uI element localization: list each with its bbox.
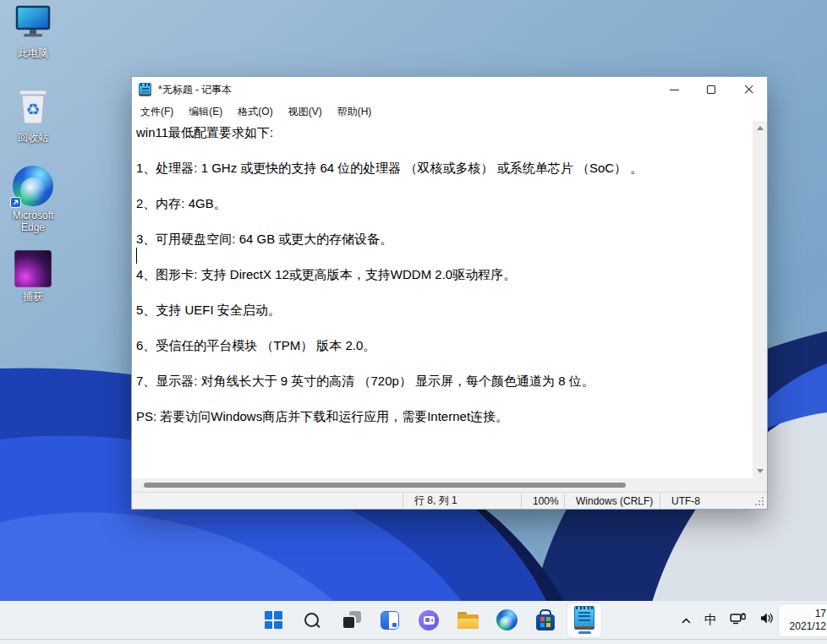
menu-format[interactable]: 格式(O) <box>230 102 280 122</box>
notepad-menubar: 文件(F) 编辑(E) 格式(O) 视图(V) 帮助(H) <box>132 102 767 121</box>
recycle-bin-icon: ♻ <box>16 86 50 128</box>
maximize-icon <box>707 85 715 94</box>
taskbar-file-explorer-button[interactable] <box>451 603 485 637</box>
statusbar-line-ending: Windows (CRLF) <box>564 493 660 509</box>
text-line <box>136 283 749 301</box>
text-line: 6、受信任的平台模块 （TPM） 版本 2.0。 <box>136 336 749 354</box>
desktop-icon-column: 此电脑 ♻ 回收站 Microsoft Edge 捕获 <box>0 0 66 303</box>
statusbar-encoding: UTF-8 <box>660 493 767 509</box>
active-app-indicator <box>578 631 591 634</box>
text-line <box>136 248 749 265</box>
desktop-icon-recycle-bin[interactable]: ♻ 回收站 <box>1 86 65 144</box>
desktop-icon-label: 此电脑 <box>18 47 48 59</box>
desktop-icon-label: Microsoft Edge <box>1 210 65 233</box>
search-icon <box>304 612 320 629</box>
capture-image-thumbnail-icon <box>14 250 52 287</box>
taskbar-chat-button[interactable] <box>412 603 446 637</box>
text-line: 1、处理器: 1 GHz 或更快的支持 64 位的处理器 （双核或多核） 或系统… <box>136 159 749 177</box>
microsoft-store-icon <box>536 614 555 630</box>
text-line <box>136 177 749 194</box>
notepad-app-icon <box>139 83 151 96</box>
text-line <box>136 390 749 407</box>
desktop-icon-label: 回收站 <box>18 132 48 144</box>
taskbar-store-button[interactable] <box>529 603 562 637</box>
menu-edit[interactable]: 编辑(E) <box>181 102 230 122</box>
horizontal-scrollbar[interactable] <box>132 478 753 492</box>
taskbar-notepad-button-active[interactable] <box>567 603 601 637</box>
text-caret <box>136 248 137 264</box>
taskbar: 中 17 2021/12 <box>0 601 827 644</box>
ime-indicator[interactable]: 中 <box>704 612 717 628</box>
task-view-icon <box>342 611 361 630</box>
minimize-button[interactable] <box>655 77 693 102</box>
text-line: 2、内存: 4GB。 <box>136 194 749 212</box>
taskbar-center-icons <box>256 601 601 639</box>
menu-view[interactable]: 视图(V) <box>281 102 330 122</box>
network-icon[interactable] <box>730 612 747 629</box>
scrollbar-corner <box>753 478 767 492</box>
text-line <box>136 319 749 336</box>
text-line: PS: 若要访问Windows商店并下载和运行应用，需要Internet连接。 <box>136 407 749 425</box>
windows-start-icon <box>265 611 282 629</box>
window-controls <box>655 77 767 102</box>
text-line: 4、图形卡: 支持 DirectX 12或更高版本，支持WDDM 2.0驱动程序… <box>136 265 749 283</box>
notepad-icon <box>574 606 594 630</box>
desktop-icon-capture[interactable]: 捕获 <box>1 250 65 303</box>
desktop-icon-this-pc[interactable]: 此电脑 <box>1 5 65 59</box>
text-editor-area[interactable]: win11最低配置要求如下: 1、处理器: 1 GHz 或更快的支持 64 位的… <box>132 121 753 478</box>
horizontal-scrollbar-thumb[interactable] <box>144 483 626 488</box>
menu-help[interactable]: 帮助(H) <box>330 102 380 122</box>
vertical-scrollbar[interactable] <box>753 121 767 478</box>
widgets-icon <box>381 611 399 630</box>
minimize-icon <box>670 90 679 90</box>
notepad-titlebar[interactable]: *无标题 - 记事本 <box>132 77 767 102</box>
edge-icon <box>496 609 518 630</box>
text-line <box>136 354 749 372</box>
notepad-statusbar: 行 8, 列 1 100% Windows (CRLF) UTF-8 <box>132 492 767 509</box>
this-pc-icon <box>14 5 52 44</box>
clock-time: 17 <box>815 608 826 620</box>
tray-chevron-up-icon[interactable] <box>681 613 692 628</box>
scroll-up-arrow-icon[interactable] <box>753 121 767 135</box>
taskbar-edge-button[interactable] <box>490 603 523 637</box>
statusbar-zoom-level: 100% <box>521 493 564 509</box>
shortcut-arrow-icon <box>10 197 21 208</box>
volume-icon[interactable] <box>759 612 775 628</box>
text-line <box>136 212 749 230</box>
statusbar-spacer <box>132 493 403 509</box>
close-button[interactable] <box>730 77 767 102</box>
desktop-icon-microsoft-edge[interactable]: Microsoft Edge <box>1 166 65 233</box>
text-line: 5、支持 UEFI 安全启动。 <box>136 301 749 319</box>
text-line: 3、可用硬盘空间: 64 GB 或更大的存储设备。 <box>136 230 749 248</box>
text-line <box>136 141 749 159</box>
taskbar-clock[interactable]: 17 2021/12 <box>778 603 827 637</box>
taskbar-task-view-button[interactable] <box>334 603 368 637</box>
taskbar-search-button[interactable] <box>295 603 329 637</box>
file-explorer-icon <box>457 612 479 629</box>
text-line: win11最低配置要求如下: <box>136 123 749 141</box>
chat-icon <box>419 610 439 630</box>
window-title: *无标题 - 记事本 <box>158 83 655 97</box>
maximize-button[interactable] <box>693 77 730 102</box>
taskbar-widgets-button[interactable] <box>373 603 407 637</box>
edge-icon <box>13 166 53 206</box>
notepad-window: *无标题 - 记事本 文件(F) 编辑(E) 格式(O) 视图(V) 帮助(H)… <box>131 76 768 510</box>
svg-text:♻: ♻ <box>25 101 40 118</box>
scroll-down-arrow-icon[interactable] <box>753 464 767 478</box>
window-resize-grip[interactable] <box>762 504 764 505</box>
taskbar-start-button[interactable] <box>256 603 290 637</box>
close-icon <box>744 85 753 94</box>
menu-file[interactable]: 文件(F) <box>133 102 181 122</box>
clock-date: 2021/12 <box>790 620 826 633</box>
desktop-icon-label: 捕获 <box>23 291 43 303</box>
system-tray: 中 <box>681 601 775 639</box>
text-line: 7、显示器: 对角线长大于 9 英寸的高清 （720p） 显示屏，每个颜色通道为… <box>136 372 749 390</box>
statusbar-cursor-position: 行 8, 列 1 <box>403 493 521 509</box>
